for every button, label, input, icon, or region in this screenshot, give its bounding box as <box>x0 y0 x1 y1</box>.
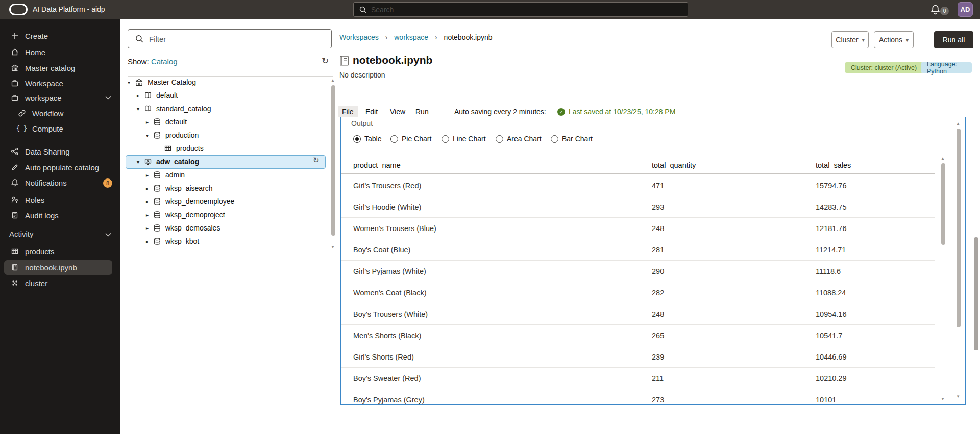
activity-item-notebook[interactable]: notebook.ipynb <box>0 260 120 275</box>
menu-file[interactable]: File <box>338 106 358 117</box>
sidebar-item-auto-populate-catalog[interactable]: Auto populate catalog <box>0 160 120 175</box>
table-scrollbar-thumb[interactable] <box>941 163 945 245</box>
tree-collapsed-icon[interactable]: ▸ <box>146 199 153 205</box>
tree-filter[interactable] <box>128 29 332 48</box>
chevron-down-icon[interactable] <box>105 96 111 100</box>
tree-item-admin[interactable]: ▸ admin <box>146 168 185 182</box>
table-row[interactable]: Boy's Pyjamas (Grey) 273 10101 <box>341 389 935 405</box>
bell-icon[interactable] <box>930 4 941 15</box>
tree-item-production[interactable]: ▾ production <box>146 129 199 142</box>
notebook-icon <box>339 55 349 66</box>
sidebar-item-workflow[interactable]: Workflow <box>0 106 120 121</box>
tree-item-wksp-kbot[interactable]: ▸ wksp_kbot <box>146 235 199 248</box>
scroll-down-icon[interactable]: ▼ <box>331 245 335 249</box>
tree-item-wksp-demoemployee[interactable]: ▸ wksp_demoemployee <box>146 195 234 208</box>
table-row[interactable]: Women's Trousers (Blue) 248 12181.76 <box>341 218 935 239</box>
table-row[interactable]: Girl's Shorts (Red) 239 10446.69 <box>341 346 935 368</box>
table-row[interactable]: Women's Coat (Black) 282 11088.24 <box>341 282 935 303</box>
sidebar-item-workspace[interactable]: workspace <box>0 90 120 106</box>
catalog-link[interactable]: Catalog <box>151 57 178 66</box>
activity-item-products[interactable]: products <box>0 244 120 259</box>
app-title: AI Data Platform - aidp <box>33 5 105 13</box>
database-icon <box>153 224 161 232</box>
tree-collapsed-icon[interactable]: ▸ <box>146 239 153 244</box>
scroll-down-icon[interactable]: ▼ <box>956 394 960 399</box>
breadcrumb-workspaces[interactable]: Workspaces <box>339 33 379 41</box>
tree-expanded-icon[interactable]: ▾ <box>137 159 144 165</box>
table-row[interactable]: Girl's Pyjamas (White) 290 11118.6 <box>341 261 935 282</box>
table-row[interactable]: Boy's Coat (Blue) 281 11214.71 <box>341 239 935 261</box>
tree-item-wksp-demoproject[interactable]: ▸ wksp_demoproject <box>146 208 225 221</box>
breadcrumb-workspace[interactable]: workspace <box>394 33 428 41</box>
notebook-output-cell[interactable]: Output Table Pie Chart Line Chart Area C… <box>340 117 966 405</box>
scroll-down-icon[interactable]: ▼ <box>941 397 945 401</box>
tree-filter-input[interactable] <box>144 35 331 43</box>
tree-item-products[interactable]: products <box>157 142 204 155</box>
refresh-icon[interactable]: ↻ <box>322 56 329 66</box>
tree-collapsed-icon[interactable]: ▸ <box>146 186 153 191</box>
sidebar-item-data-sharing[interactable]: Data Sharing <box>0 144 120 159</box>
tree-item-default-schema[interactable]: ▸ default <box>146 115 187 129</box>
sidebar: Create Home Master catalog Workspace wor… <box>0 19 120 434</box>
chevron-down-icon[interactable] <box>105 233 111 237</box>
tree-collapsed-icon[interactable]: ▸ <box>146 212 153 218</box>
view-radio-pie-chart[interactable]: Pie Chart <box>390 134 431 144</box>
page-scrollbar-thumb[interactable] <box>974 237 978 350</box>
sidebar-item-audit-logs[interactable]: Audit logs <box>0 208 120 223</box>
sidebar-item-workspace-static[interactable]: Workspace <box>0 75 120 91</box>
cluster-button[interactable]: Cluster ▾ <box>831 31 869 48</box>
tree-item-wksp-aisearch[interactable]: ▸ wksp_aisearch <box>146 182 213 195</box>
sidebar-item-master-catalog[interactable]: Master catalog <box>0 60 120 75</box>
tree-collapsed-icon[interactable]: ▸ <box>137 93 144 98</box>
tree-item-adw-catalog[interactable]: ▾ adw_catalog <box>137 155 199 168</box>
book-icon <box>144 105 152 113</box>
actions-button[interactable]: Actions ▾ <box>874 31 914 48</box>
avatar[interactable]: AD <box>958 2 973 17</box>
table-row[interactable]: Men's Shorts (Black) 265 10541.7 <box>341 325 935 346</box>
tree-expanded-icon[interactable]: ▾ <box>146 133 153 138</box>
tree-collapsed-icon[interactable]: ▸ <box>146 172 153 178</box>
sidebar-item-create[interactable]: Create <box>0 28 120 43</box>
column-total-quantity[interactable]: total_quantity <box>652 157 696 173</box>
column-total-sales[interactable]: total_sales <box>816 157 851 173</box>
view-radio-line-chart[interactable]: Line Chart <box>442 134 486 144</box>
table-row[interactable]: Girl's Trousers (Red) 471 15794.76 <box>341 175 935 196</box>
table-row[interactable]: Boy's Trousers (White) 248 10954.16 <box>341 303 935 325</box>
tree-expanded-icon[interactable]: ▾ <box>128 80 135 85</box>
column-product-name[interactable]: product_name <box>353 157 401 173</box>
refresh-icon[interactable]: ↻ <box>313 156 320 165</box>
run-all-button[interactable]: Run all <box>934 31 973 48</box>
cell-scrollbar-thumb[interactable] <box>957 129 961 327</box>
database-icon <box>153 171 161 179</box>
scroll-up-icon[interactable]: ▲ <box>956 121 960 126</box>
scroll-up-icon[interactable]: ▲ <box>941 156 945 161</box>
tree-item-standard-catalog[interactable]: ▾ standard_catalog <box>137 102 211 115</box>
notebook-icon <box>10 263 19 271</box>
radio-icon <box>442 135 449 143</box>
tree-collapsed-icon[interactable]: ▸ <box>146 225 153 231</box>
tree-collapsed-icon[interactable]: ▸ <box>146 119 153 125</box>
menu-run[interactable]: Run <box>411 106 433 117</box>
view-radio-bar-chart[interactable]: Bar Chart <box>551 134 593 144</box>
search-input[interactable] <box>367 6 688 14</box>
tree-item-wksp-demosales[interactable]: ▸ wksp_demosales <box>146 221 220 235</box>
table-row[interactable]: Boy's Sweater (Red) 211 10210.29 <box>341 368 935 389</box>
sidebar-item-home[interactable]: Home <box>0 44 120 60</box>
menu-view[interactable]: View <box>386 106 409 117</box>
tree-expanded-icon[interactable]: ▾ <box>137 106 144 112</box>
sidebar-item-compute[interactable]: {-} Compute <box>0 121 120 136</box>
sidebar-item-notifications[interactable]: Notifications <box>0 175 120 190</box>
tree-item-master-catalog[interactable]: ▾ Master Catalog <box>128 75 196 89</box>
tree-scrollbar-thumb[interactable] <box>331 85 335 236</box>
activity-section-label[interactable]: Activity <box>9 229 34 238</box>
menu-edit[interactable]: Edit <box>361 106 382 117</box>
scroll-up-icon[interactable]: ▲ <box>331 78 335 83</box>
view-radio-table[interactable]: Table <box>353 134 381 144</box>
activity-item-cluster[interactable]: cluster <box>0 275 120 291</box>
cluster-status-badge: Cluster: cluster (Active) <box>845 62 923 73</box>
view-radio-area-chart[interactable]: Area Chart <box>496 134 542 144</box>
sidebar-item-roles[interactable]: Roles <box>0 192 120 208</box>
global-search[interactable] <box>353 2 688 17</box>
table-row[interactable]: Girl's Hoodie (White) 293 14283.75 <box>341 196 935 218</box>
tree-item-default[interactable]: ▸ default <box>137 89 178 102</box>
